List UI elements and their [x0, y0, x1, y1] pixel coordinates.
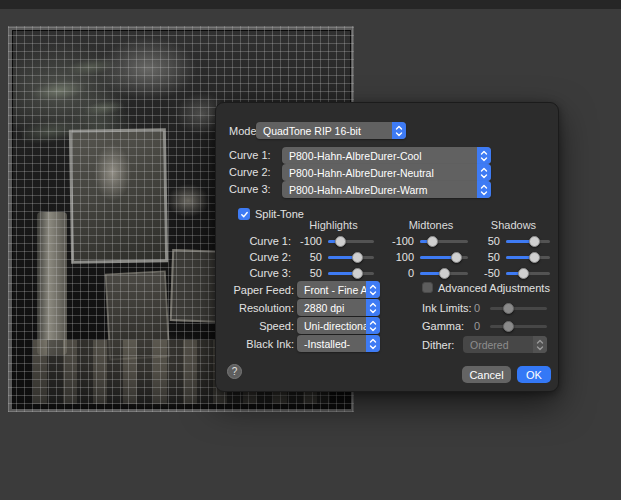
resolution-label: Resolution: [229, 302, 294, 315]
curve3-label: Curve 3: [229, 183, 271, 196]
gamma-label: Gamma: [422, 320, 464, 333]
slider-knob[interactable] [352, 252, 363, 263]
popup-chevrons-icon [477, 181, 491, 198]
photo-figure [94, 144, 131, 201]
slider-knob[interactable] [451, 252, 462, 263]
slider-knob[interactable] [352, 268, 363, 279]
resolution-popup-value: 2880 dpi [297, 300, 366, 316]
mode-popup-value: QuadTone RIP 16-bit [256, 123, 392, 139]
tone-row3-midtones-slider[interactable] [420, 272, 468, 275]
tone-row3-midtones-value: 0 [382, 267, 414, 280]
tone-row3-highlights-value: 50 [294, 267, 322, 280]
help-button[interactable]: ? [227, 364, 242, 379]
advanced-adjustments-label: Advanced Adjustments [438, 282, 550, 295]
slider-knob[interactable] [427, 236, 438, 247]
app-window: Mode: QuadTone RIP 16-bit Curve 1: P800-… [0, 0, 621, 500]
curve1-popup[interactable]: P800-Hahn-AlbreDurer-Cool [282, 147, 491, 164]
advanced-adjustments-checkbox[interactable] [422, 282, 433, 293]
curve1-popup-value: P800-Hahn-AlbreDurer-Cool [282, 148, 477, 164]
tone-row1-midtones-value: -100 [382, 235, 414, 248]
popup-chevrons-icon [477, 147, 491, 164]
gamma-slider [490, 325, 547, 328]
shadows-header: Shadows [476, 219, 551, 231]
dither-popup-value: Ordered [463, 337, 533, 353]
check-icon [240, 210, 249, 219]
paper-feed-popup[interactable]: Front - Fine Art [297, 281, 380, 298]
split-tone-checkbox[interactable] [238, 208, 250, 220]
dither-popup: Ordered [463, 336, 547, 353]
mode-label: Mode: [229, 125, 260, 138]
tone-row2-midtones-slider[interactable] [420, 256, 468, 259]
black-ink-label: Black Ink: [229, 338, 294, 351]
tone-row2-label: Curve 2: [229, 251, 291, 264]
curve2-label: Curve 2: [229, 166, 271, 179]
photo-pedestal [37, 212, 67, 355]
popup-chevrons-icon [477, 164, 491, 181]
black-ink-popup-value: -Installed- [297, 336, 366, 352]
paper-feed-popup-value: Front - Fine Art [297, 282, 366, 298]
popup-chevrons-icon [366, 299, 380, 316]
black-ink-popup[interactable]: -Installed- [297, 335, 380, 352]
tone-row1-shadows-slider[interactable] [506, 240, 550, 243]
popup-chevrons-icon [366, 317, 380, 334]
tone-row1-label: Curve 1: [229, 235, 291, 248]
slider-knob[interactable] [529, 252, 540, 263]
cancel-button[interactable]: Cancel [462, 366, 511, 383]
midtones-header: Midtones [391, 219, 471, 231]
curve3-popup[interactable]: P800-Hahn-AlbreDurer-Warm [282, 181, 491, 198]
tone-row3-shadows-value: -50 [472, 267, 500, 280]
dither-label: Dither: [422, 339, 454, 352]
tone-row2-midtones-value: 100 [382, 251, 414, 264]
tone-row2-shadows-value: 50 [472, 251, 500, 264]
tone-row3-label: Curve 3: [229, 267, 291, 280]
speed-label: Speed: [229, 320, 294, 333]
tone-row2-shadows-slider[interactable] [506, 256, 550, 259]
curve3-popup-value: P800-Hahn-AlbreDurer-Warm [282, 182, 477, 198]
tone-row1-midtones-slider[interactable] [420, 240, 468, 243]
curve1-label: Curve 1: [229, 149, 271, 162]
popup-chevrons-icon [366, 335, 380, 352]
quadtone-rip-dialog: Mode: QuadTone RIP 16-bit Curve 1: P800-… [215, 102, 559, 392]
slider-knob[interactable] [439, 268, 450, 279]
ink-limits-value: 0 [462, 302, 480, 315]
tone-row3-shadows-slider[interactable] [506, 272, 550, 275]
slider-knob [503, 321, 514, 332]
mode-popup[interactable]: QuadTone RIP 16-bit [256, 122, 406, 139]
gamma-value: 0 [462, 320, 480, 333]
tone-row2-highlights-slider[interactable] [328, 256, 374, 259]
slider-knob[interactable] [518, 268, 529, 279]
window-top-edge [0, 0, 621, 9]
curve2-popup-value: P800-Hahn-AlbreDurer-Neutral [282, 165, 477, 181]
tone-row3-highlights-slider[interactable] [328, 272, 374, 275]
speed-popup-value: Uni-directional [297, 318, 366, 334]
speed-popup[interactable]: Uni-directional [297, 317, 380, 334]
popup-chevrons-icon [533, 336, 547, 353]
tone-row1-highlights-value: -100 [294, 235, 322, 248]
paper-feed-label: Paper Feed: [229, 284, 294, 297]
slider-knob[interactable] [529, 236, 540, 247]
tone-row2-highlights-value: 50 [294, 251, 322, 264]
popup-chevrons-icon [366, 281, 380, 298]
curve2-popup[interactable]: P800-Hahn-AlbreDurer-Neutral [282, 164, 491, 181]
slider-knob[interactable] [335, 236, 346, 247]
slider-knob [503, 303, 514, 314]
tone-row1-highlights-slider[interactable] [328, 240, 374, 243]
ink-limits-slider [490, 307, 547, 310]
ok-button[interactable]: OK [517, 366, 551, 383]
tone-row1-shadows-value: 50 [472, 235, 500, 248]
highlights-header: Highlights [291, 219, 376, 231]
resolution-popup[interactable]: 2880 dpi [297, 299, 380, 316]
popup-chevrons-icon [392, 122, 406, 139]
